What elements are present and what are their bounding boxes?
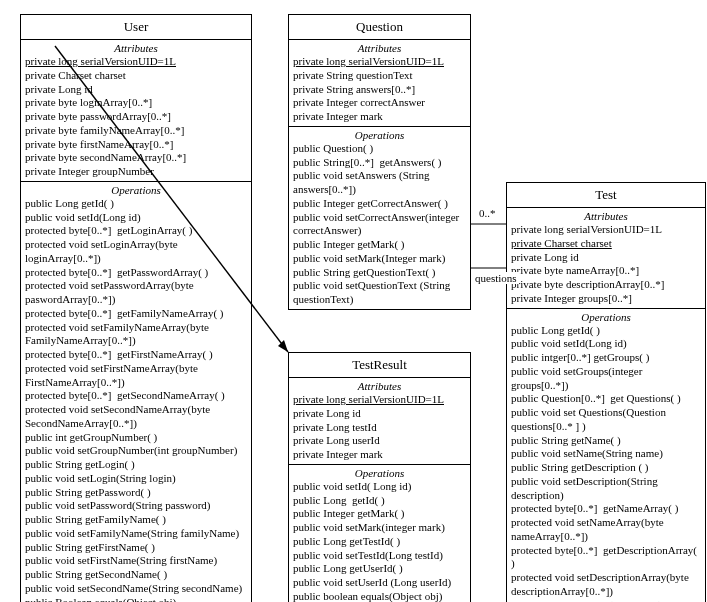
member-line: public Long getId( ) [25, 197, 247, 211]
member-line: private Integer groupNumber [25, 165, 247, 179]
member-line: public void setMark(Integer mark) [293, 252, 466, 266]
attributes-label: Attributes [293, 42, 466, 55]
member-line: public String getPassword( ) [25, 486, 247, 500]
member-line: public void setGroups(integer groups[0..… [511, 365, 701, 393]
class-question: Question Attributes private long serialV… [288, 14, 471, 310]
member-line: protected byte[0..*] getDescriptionArray… [511, 544, 701, 572]
class-testresult-operations: Operations public void setId( Long id)pu… [289, 465, 470, 602]
member-line: public void setQuestionText (String ques… [293, 279, 466, 307]
operations-label: Operations [293, 129, 466, 142]
assoc-role: questions [473, 272, 519, 284]
member-line: public void setFirstName(String firstNam… [25, 554, 247, 568]
member-line: public Integer getMark( ) [293, 238, 466, 252]
member-line: public void setId( Long id) [293, 480, 466, 494]
member-line: public void setUserId (Long userId) [293, 576, 466, 590]
member-line: protected byte[0..*] getPasswordArray( ) [25, 266, 247, 280]
attributes-label: Attributes [511, 210, 701, 223]
member-line: private Charset charset [25, 69, 247, 83]
member-line: protected void setFirstNameArray(byte Fi… [25, 362, 247, 390]
uml-class-diagram: User Attributes private long serialVersi… [10, 10, 707, 602]
member-line: public Question( ) [293, 142, 466, 156]
member-line: private String questionText [293, 69, 466, 83]
member-line: protected byte[0..*] getLoginArray( ) [25, 224, 247, 238]
member-line: public String getFirstName( ) [25, 541, 247, 555]
ops-list: public Question( )public String[0..*] ge… [293, 142, 466, 307]
member-line: public String getName( ) [511, 434, 701, 448]
member-line: public String getFamilyName( ) [25, 513, 247, 527]
member-line: public Long getId( ) [511, 324, 701, 338]
member-line: public void setId(Long id) [511, 337, 701, 351]
member-line: public void setMark(integer mark) [293, 521, 466, 535]
member-line: private long serialVersionUID=1L [511, 223, 701, 237]
operations-label: Operations [511, 311, 701, 324]
member-line: public int getGroupNumber( ) [25, 431, 247, 445]
member-line: private byte secondNameArray[0..*] [25, 151, 247, 165]
class-question-attributes: Attributes private long serialVersionUID… [289, 40, 470, 127]
member-line: private Charset charset [511, 237, 701, 251]
member-line: public String getLogin( ) [25, 458, 247, 472]
member-line: private long serialVersionUID=1L [293, 55, 466, 69]
class-test-title: Test [507, 183, 705, 208]
member-line: protected void setFamilyNameArray(byte F… [25, 321, 247, 349]
member-line: public void setTestId(Long testId) [293, 549, 466, 563]
member-line: private Long id [25, 83, 247, 97]
member-line: public void setSecondName(String secondN… [25, 582, 247, 596]
attributes-label: Attributes [25, 42, 247, 55]
class-testresult-title: TestResult [289, 353, 470, 378]
member-line: private byte loginArray[0..*] [25, 96, 247, 110]
member-line: public Integer getMark( ) [293, 507, 466, 521]
member-line: protected byte[0..*] getNameArray( ) [511, 502, 701, 516]
member-line: private Long id [293, 407, 466, 421]
member-line: public void setCorrectAnswer(integer cor… [293, 211, 466, 239]
member-line: public String getDescription ( ) [511, 461, 701, 475]
member-line: public String[0..*] getAnswers( ) [293, 156, 466, 170]
member-line: private Integer mark [293, 110, 466, 124]
class-testresult-attributes: Attributes private long serialVersionUID… [289, 378, 470, 465]
member-line: protected void setSecondNameArray(byte S… [25, 403, 247, 431]
member-line: private byte descriptionArray[0..*] [511, 278, 701, 292]
member-line: public void setPassword(String password) [25, 499, 247, 513]
class-test-operations: Operations public Long getId( )public vo… [507, 309, 705, 603]
member-line: protected byte[0..*] getSecondNameArray(… [25, 389, 247, 403]
member-line: private String answers[0..*] [293, 83, 466, 97]
attr-list: private long serialVersionUID=1Lprivate … [511, 223, 701, 306]
member-line: public Boolean equals(Object obj) [511, 599, 701, 603]
operations-label: Operations [25, 184, 247, 197]
member-line: public String getSecondName( ) [25, 568, 247, 582]
class-test: Test Attributes private long serialVersi… [506, 182, 706, 602]
member-line: public void setAnswers (String answers[0… [293, 169, 466, 197]
member-line: public Long getTestId( ) [293, 535, 466, 549]
member-line: private byte firstNameArray[0..*] [25, 138, 247, 152]
member-line: private Long userId [293, 434, 466, 448]
attributes-label: Attributes [293, 380, 466, 393]
attr-list: private long serialVersionUID=1Lprivate … [293, 55, 466, 124]
member-line: protected byte[0..*] getFirstNameArray( … [25, 348, 247, 362]
member-line: protected byte[0..*] getFamilyNameArray(… [25, 307, 247, 321]
member-line: public void setGroupNumber(int groupNumb… [25, 444, 247, 458]
member-line: private byte passwordArray[0..*] [25, 110, 247, 124]
member-line: private Integer correctAnswer [293, 96, 466, 110]
operations-label: Operations [293, 467, 466, 480]
class-user-attributes: Attributes private long serialVersionUID… [21, 40, 251, 182]
member-line: public void setFamilyName(String familyN… [25, 527, 247, 541]
ops-list: public Long getId( )public void setId(Lo… [25, 197, 247, 602]
class-user-operations: Operations public Long getId( )public vo… [21, 182, 251, 602]
class-user: User Attributes private long serialVersi… [20, 14, 252, 602]
class-user-title: User [21, 15, 251, 40]
attr-list: private long serialVersionUID=1Lprivate … [293, 393, 466, 462]
member-line: private Long testId [293, 421, 466, 435]
class-question-title: Question [289, 15, 470, 40]
class-testresult: TestResult Attributes private long seria… [288, 352, 471, 602]
ops-list: public void setId( Long id)public Long g… [293, 480, 466, 602]
member-line: public Integer getCorrectAnswer( ) [293, 197, 466, 211]
member-line: public intger[0..*] getGroups( ) [511, 351, 701, 365]
member-line: public void setId(Long id) [25, 211, 247, 225]
attr-list: private long serialVersionUID=1Lprivate … [25, 55, 247, 179]
member-line: private byte familyNameArray[0..*] [25, 124, 247, 138]
member-line: public void set Questions(Question quest… [511, 406, 701, 434]
class-question-operations: Operations public Question( )public Stri… [289, 127, 470, 309]
member-line: private byte nameArray[0..*] [511, 264, 701, 278]
member-line: private Long id [511, 251, 701, 265]
class-test-attributes: Attributes private long serialVersionUID… [507, 208, 705, 309]
member-line: public void setLogin(String login) [25, 472, 247, 486]
